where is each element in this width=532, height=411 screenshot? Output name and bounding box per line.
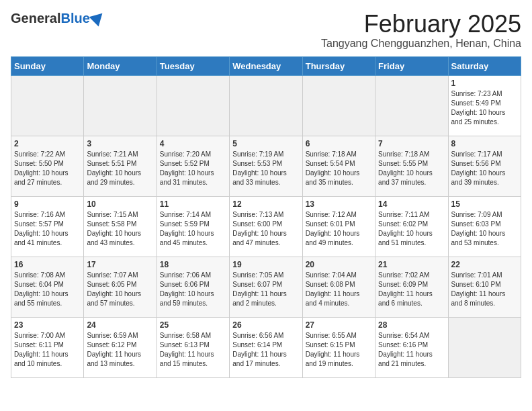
- day-number: 1: [451, 79, 518, 88]
- day-info: Sunrise: 7:08 AM Sunset: 6:04 PM Dayligh…: [14, 271, 81, 308]
- day-of-week-header: Thursday: [302, 56, 375, 75]
- day-number: 13: [306, 199, 372, 209]
- day-of-week-header: Monday: [84, 56, 157, 75]
- calendar-cell: 3Sunrise: 7:21 AM Sunset: 5:51 PM Daylig…: [84, 136, 157, 196]
- day-of-week-header: Saturday: [448, 56, 521, 75]
- day-number: 7: [378, 139, 445, 148]
- day-info: Sunrise: 7:01 AM Sunset: 6:10 PM Dayligh…: [451, 271, 518, 308]
- calendar-cell: 14Sunrise: 7:11 AM Sunset: 6:02 PM Dayli…: [375, 196, 448, 257]
- day-info: Sunrise: 7:12 AM Sunset: 6:01 PM Dayligh…: [306, 210, 372, 248]
- day-number: 18: [160, 260, 226, 269]
- day-info: Sunrise: 7:18 AM Sunset: 5:55 PM Dayligh…: [378, 150, 445, 187]
- title-block: February 2025 Tangyang Chengguanzhen, He…: [321, 11, 521, 50]
- calendar-cell: 17Sunrise: 7:07 AM Sunset: 6:05 PM Dayli…: [84, 257, 157, 317]
- day-info: Sunrise: 7:18 AM Sunset: 5:54 PM Dayligh…: [306, 150, 372, 187]
- calendar-cell: 18Sunrise: 7:06 AM Sunset: 6:06 PM Dayli…: [157, 257, 229, 317]
- day-number: 6: [306, 139, 372, 148]
- calendar-cell: 4Sunrise: 7:20 AM Sunset: 5:52 PM Daylig…: [157, 136, 229, 196]
- calendar-cell: 13Sunrise: 7:12 AM Sunset: 6:01 PM Dayli…: [302, 196, 375, 257]
- day-info: Sunrise: 7:02 AM Sunset: 6:09 PM Dayligh…: [378, 271, 445, 308]
- day-number: 9: [14, 199, 81, 209]
- calendar-cell: 12Sunrise: 7:13 AM Sunset: 6:00 PM Dayli…: [230, 196, 302, 257]
- day-info: Sunrise: 6:54 AM Sunset: 6:16 PM Dayligh…: [378, 331, 445, 369]
- logo-blue-text: Blue: [60, 11, 89, 26]
- calendar-cell: 9Sunrise: 7:16 AM Sunset: 5:57 PM Daylig…: [11, 196, 84, 257]
- calendar-cell: 20Sunrise: 7:04 AM Sunset: 6:08 PM Dayli…: [302, 257, 375, 317]
- day-info: Sunrise: 7:11 AM Sunset: 6:02 PM Dayligh…: [378, 210, 445, 248]
- day-info: Sunrise: 7:20 AM Sunset: 5:52 PM Dayligh…: [160, 150, 226, 187]
- day-number: 17: [87, 260, 153, 269]
- day-info: Sunrise: 7:23 AM Sunset: 5:49 PM Dayligh…: [451, 89, 518, 127]
- day-number: 15: [451, 199, 518, 209]
- day-number: 8: [451, 139, 518, 148]
- day-number: 25: [160, 320, 226, 330]
- calendar-cell: 7Sunrise: 7:18 AM Sunset: 5:55 PM Daylig…: [375, 136, 448, 196]
- calendar-cell: [302, 75, 375, 136]
- calendar-cell: 24Sunrise: 6:59 AM Sunset: 6:12 PM Dayli…: [84, 317, 157, 377]
- day-number: 11: [160, 199, 226, 209]
- calendar-subtitle: Tangyang Chengguanzhen, Henan, China: [321, 38, 521, 50]
- calendar-cell: [230, 75, 302, 136]
- calendar-cell: 28Sunrise: 6:54 AM Sunset: 6:16 PM Dayli…: [375, 317, 448, 377]
- day-info: Sunrise: 7:21 AM Sunset: 5:51 PM Dayligh…: [87, 150, 153, 187]
- calendar-cell: 19Sunrise: 7:05 AM Sunset: 6:07 PM Dayli…: [230, 257, 302, 317]
- day-number: 2: [14, 139, 81, 148]
- day-info: Sunrise: 7:17 AM Sunset: 5:56 PM Dayligh…: [451, 150, 518, 187]
- day-info: Sunrise: 7:04 AM Sunset: 6:08 PM Dayligh…: [306, 271, 372, 308]
- calendar-cell: 25Sunrise: 6:58 AM Sunset: 6:13 PM Dayli…: [157, 317, 229, 377]
- calendar-cell: 21Sunrise: 7:02 AM Sunset: 6:09 PM Dayli…: [375, 257, 448, 317]
- day-of-week-header: Friday: [375, 56, 448, 75]
- calendar-week-row: 16Sunrise: 7:08 AM Sunset: 6:04 PM Dayli…: [11, 257, 521, 317]
- calendar-cell: 16Sunrise: 7:08 AM Sunset: 6:04 PM Dayli…: [11, 257, 84, 317]
- day-info: Sunrise: 7:07 AM Sunset: 6:05 PM Dayligh…: [87, 271, 153, 308]
- day-info: Sunrise: 7:16 AM Sunset: 5:57 PM Dayligh…: [14, 210, 81, 248]
- calendar-week-row: 23Sunrise: 7:00 AM Sunset: 6:11 PM Dayli…: [11, 317, 521, 377]
- page-header: General Blue February 2025 Tangyang Chen…: [11, 11, 521, 50]
- day-number: 27: [306, 320, 372, 330]
- logo-general-text: General: [11, 11, 60, 26]
- day-info: Sunrise: 6:59 AM Sunset: 6:12 PM Dayligh…: [87, 331, 153, 369]
- calendar-cell: [84, 75, 157, 136]
- calendar-cell: 1Sunrise: 7:23 AM Sunset: 5:49 PM Daylig…: [448, 75, 521, 136]
- day-number: 19: [232, 260, 299, 269]
- day-number: 28: [378, 320, 445, 330]
- calendar-header-row: SundayMondayTuesdayWednesdayThursdayFrid…: [11, 56, 521, 75]
- day-number: 4: [160, 139, 226, 148]
- day-info: Sunrise: 7:09 AM Sunset: 6:03 PM Dayligh…: [451, 210, 518, 248]
- calendar-week-row: 2Sunrise: 7:22 AM Sunset: 5:50 PM Daylig…: [11, 136, 521, 196]
- day-number: 10: [87, 199, 153, 209]
- calendar-cell: 11Sunrise: 7:14 AM Sunset: 5:59 PM Dayli…: [157, 196, 229, 257]
- calendar-cell: 22Sunrise: 7:01 AM Sunset: 6:10 PM Dayli…: [448, 257, 521, 317]
- day-number: 3: [87, 139, 153, 148]
- day-info: Sunrise: 7:22 AM Sunset: 5:50 PM Dayligh…: [14, 150, 81, 187]
- calendar-cell: [11, 75, 84, 136]
- day-number: 14: [378, 199, 445, 209]
- day-of-week-header: Wednesday: [230, 56, 302, 75]
- calendar-cell: 6Sunrise: 7:18 AM Sunset: 5:54 PM Daylig…: [302, 136, 375, 196]
- day-number: 23: [14, 320, 81, 330]
- day-info: Sunrise: 7:15 AM Sunset: 5:58 PM Dayligh…: [87, 210, 153, 248]
- day-number: 5: [232, 139, 299, 148]
- calendar-title: February 2025: [321, 11, 521, 38]
- day-of-week-header: Tuesday: [157, 56, 229, 75]
- calendar-cell: 10Sunrise: 7:15 AM Sunset: 5:58 PM Dayli…: [84, 196, 157, 257]
- calendar-cell: 23Sunrise: 7:00 AM Sunset: 6:11 PM Dayli…: [11, 317, 84, 377]
- calendar-cell: [375, 75, 448, 136]
- calendar-cell: [157, 75, 229, 136]
- day-info: Sunrise: 7:14 AM Sunset: 5:59 PM Dayligh…: [160, 210, 226, 248]
- day-info: Sunrise: 6:58 AM Sunset: 6:13 PM Dayligh…: [160, 331, 226, 369]
- day-info: Sunrise: 7:05 AM Sunset: 6:07 PM Dayligh…: [232, 271, 299, 308]
- calendar-cell: 26Sunrise: 6:56 AM Sunset: 6:14 PM Dayli…: [230, 317, 302, 377]
- calendar-week-row: 1Sunrise: 7:23 AM Sunset: 5:49 PM Daylig…: [11, 75, 521, 136]
- calendar-cell: [448, 317, 521, 377]
- day-info: Sunrise: 6:56 AM Sunset: 6:14 PM Dayligh…: [232, 331, 299, 369]
- day-number: 26: [232, 320, 299, 330]
- day-of-week-header: Sunday: [11, 56, 84, 75]
- calendar-cell: 27Sunrise: 6:55 AM Sunset: 6:15 PM Dayli…: [302, 317, 375, 377]
- day-info: Sunrise: 7:13 AM Sunset: 6:00 PM Dayligh…: [232, 210, 299, 248]
- calendar-cell: 5Sunrise: 7:19 AM Sunset: 5:53 PM Daylig…: [230, 136, 302, 196]
- day-number: 12: [232, 199, 299, 209]
- calendar-table: SundayMondayTuesdayWednesdayThursdayFrid…: [11, 56, 521, 378]
- logo-arrow-icon: [89, 8, 107, 26]
- calendar-cell: 15Sunrise: 7:09 AM Sunset: 6:03 PM Dayli…: [448, 196, 521, 257]
